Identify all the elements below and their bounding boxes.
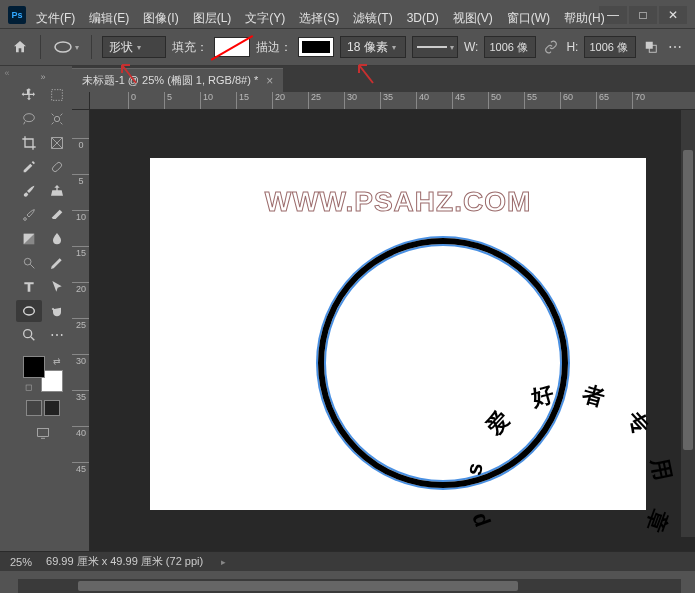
move-tool[interactable]	[16, 84, 42, 106]
document-tab-bar: 未标题-1 @ 25% (椭圆 1, RGB/8#) * ×	[72, 66, 695, 92]
brush-tool[interactable]	[16, 180, 42, 202]
chevron-right-icon[interactable]: ▸	[221, 557, 226, 567]
swap-colors-icon[interactable]: ⇄	[53, 356, 61, 366]
ruler-tick: 10	[200, 92, 213, 110]
ellipse-shape-tool[interactable]	[16, 300, 42, 322]
stroke-width-value: 18 像素	[347, 39, 388, 56]
arc-char: 章	[639, 505, 675, 536]
tool-panel: » ⋯ ⇄	[14, 66, 72, 551]
close-tab-icon[interactable]: ×	[266, 74, 273, 88]
ruler-tick: 20	[272, 92, 285, 110]
menu-edit[interactable]: 编辑(E)	[83, 8, 135, 29]
stroke-style-dropdown[interactable]: ▾	[412, 36, 458, 58]
path-operations-icon[interactable]	[642, 38, 660, 56]
standard-mode-button[interactable]	[26, 400, 42, 416]
stroke-color-swatch[interactable]	[298, 37, 334, 57]
type-tool[interactable]	[16, 276, 42, 298]
menu-layer[interactable]: 图层(L)	[187, 8, 238, 29]
fill-color-swatch[interactable]	[214, 37, 250, 57]
quickmask-mode-button[interactable]	[44, 400, 60, 416]
width-label: W:	[464, 40, 478, 54]
collapse-handle[interactable]: «	[0, 66, 14, 551]
crop-tool[interactable]	[16, 132, 42, 154]
dodge-tool[interactable]	[16, 252, 42, 274]
document-area: 未标题-1 @ 25% (椭圆 1, RGB/8#) * × 051015202…	[72, 66, 695, 551]
canvas-viewport[interactable]: WWW.PSAHZ.COM ps爱好者专用章	[90, 110, 695, 551]
color-picker[interactable]: ⇄ ◻	[23, 356, 63, 392]
zoom-tool[interactable]	[16, 324, 42, 346]
ruler-tick: 5	[72, 174, 90, 186]
maximize-button[interactable]: □	[629, 6, 657, 24]
menu-file[interactable]: 文件(F)	[30, 8, 81, 29]
expand-arrow-icon[interactable]: »	[40, 72, 45, 82]
fill-label: 填充：	[172, 39, 208, 56]
menu-filter[interactable]: 滤镜(T)	[347, 8, 398, 29]
eyedropper-tool[interactable]	[16, 156, 42, 178]
frame-tool[interactable]	[44, 132, 70, 154]
ruler-tick: 60	[560, 92, 573, 110]
more-options-icon[interactable]: ⋯	[666, 38, 684, 56]
menu-image[interactable]: 图像(I)	[137, 8, 184, 29]
ruler-tick: 45	[452, 92, 465, 110]
edit-toolbar[interactable]: ⋯	[44, 324, 70, 346]
document-tab[interactable]: 未标题-1 @ 25% (椭圆 1, RGB/8#) * ×	[72, 68, 283, 92]
svg-point-7	[24, 218, 27, 221]
ruler-corner	[72, 92, 90, 110]
quick-select-tool[interactable]	[44, 108, 70, 130]
svg-rect-12	[38, 428, 49, 436]
eraser-tool[interactable]	[44, 204, 70, 226]
arc-text-path[interactable]: ps爱好者专用章	[318, 238, 568, 488]
blur-tool[interactable]	[44, 228, 70, 250]
svg-point-4	[54, 116, 59, 121]
height-input[interactable]	[584, 36, 636, 58]
ruler-vertical[interactable]: 051015202530354045	[72, 110, 90, 551]
scrollbar-horizontal[interactable]	[18, 579, 681, 593]
document-info[interactable]: 69.99 厘米 x 49.99 厘米 (72 ppi)	[46, 554, 203, 569]
hand-tool[interactable]	[44, 300, 70, 322]
chevron-down-icon: ▾	[392, 43, 396, 52]
shape-ellipse-icon[interactable]: ▾	[51, 36, 81, 58]
lasso-tool[interactable]	[16, 108, 42, 130]
chevron-down-icon: ▾	[137, 43, 141, 52]
ruler-tick: 40	[72, 426, 90, 438]
ruler-tick: 35	[380, 92, 393, 110]
ruler-horizontal[interactable]: 0510152025303540455055606570	[90, 92, 695, 110]
svg-point-10	[24, 307, 35, 315]
pen-tool[interactable]	[44, 252, 70, 274]
home-icon[interactable]	[10, 37, 30, 57]
separator	[40, 35, 41, 59]
ruler-tick: 0	[128, 92, 136, 110]
width-input[interactable]	[484, 36, 536, 58]
menu-3d[interactable]: 3D(D)	[401, 9, 445, 27]
stroke-label: 描边：	[256, 39, 292, 56]
separator	[91, 35, 92, 59]
default-colors-icon[interactable]: ◻	[25, 382, 32, 392]
stroke-width-dropdown[interactable]: 18 像素 ▾	[340, 36, 406, 58]
scrollbar-vertical[interactable]	[681, 110, 695, 537]
menu-select[interactable]: 选择(S)	[293, 8, 345, 29]
tool-mode-dropdown[interactable]: 形状 ▾	[102, 36, 166, 58]
foreground-color[interactable]	[23, 356, 45, 378]
menu-type[interactable]: 文字(Y)	[239, 8, 291, 29]
menu-help[interactable]: 帮助(H)	[558, 8, 611, 29]
ruler-tick: 30	[72, 354, 90, 366]
close-button[interactable]: ✕	[659, 6, 687, 24]
status-bar: 25% 69.99 厘米 x 49.99 厘米 (72 ppi) ▸	[0, 551, 695, 571]
history-brush-tool[interactable]	[16, 204, 42, 226]
ruler-tick: 20	[72, 282, 90, 294]
options-bar: ▾ 形状 ▾ 填充： 描边： 18 像素 ▾ ▾ W: H: ⋯	[0, 28, 695, 66]
canvas[interactable]: WWW.PSAHZ.COM ps爱好者专用章	[150, 158, 646, 510]
menu-view[interactable]: 视图(V)	[447, 8, 499, 29]
ruler-tick: 40	[416, 92, 429, 110]
svg-point-9	[24, 258, 31, 265]
marquee-tool[interactable]	[44, 84, 70, 106]
healing-tool[interactable]	[44, 156, 70, 178]
path-select-tool[interactable]	[44, 276, 70, 298]
zoom-level[interactable]: 25%	[10, 556, 32, 568]
screen-mode-button[interactable]	[30, 422, 56, 444]
clone-stamp-tool[interactable]	[44, 180, 70, 202]
link-icon[interactable]	[542, 38, 560, 56]
menu-window[interactable]: 窗口(W)	[501, 8, 556, 29]
ruler-tick: 25	[72, 318, 90, 330]
gradient-tool[interactable]	[16, 228, 42, 250]
